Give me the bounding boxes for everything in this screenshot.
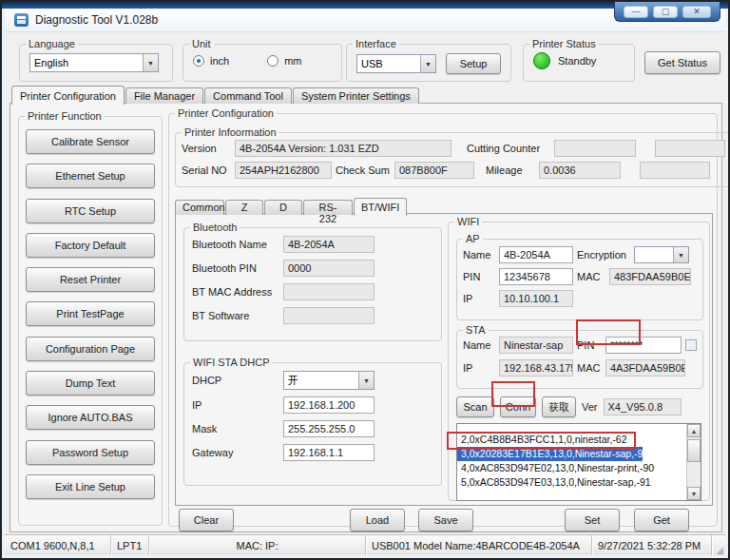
tab-common[interactable]: Common — [175, 200, 224, 215]
ap-encryption-label: Encryption — [577, 249, 630, 261]
status-mac-ip: MAC: IP: — [149, 535, 366, 555]
dhcp-value: 开 — [288, 374, 298, 388]
sta-dhcp-gateway-field[interactable]: 192.168.1.1 — [283, 444, 375, 461]
sta-ip-field: 192.168.43.175 — [499, 359, 573, 377]
get-status-button[interactable]: Get Status — [644, 51, 720, 74]
chevron-down-icon[interactable]: ▼ — [143, 54, 158, 71]
rtc-setup-button[interactable]: RTC Setup — [26, 199, 155, 223]
scroll-down-icon[interactable]: ▼ — [687, 487, 701, 500]
wifi-sta-dhcp-group: WIFI STA DHCP DHCP 开 ▼ IP 192.168.1.200 … — [183, 357, 442, 486]
wifi-scan-list: 2,0xC4B8B4B3FCC1,1,0,ninestar,-62 3,0x20… — [456, 423, 701, 501]
sta-pin-field[interactable]: ******** — [605, 337, 682, 354]
wifi-label: WIFI — [454, 216, 482, 227]
language-select[interactable]: English ▼ — [29, 53, 159, 72]
version-label: Version — [182, 143, 231, 154]
list-item[interactable]: 4,0xAC853D947E02,13,0,Ninestar-print,-90 — [457, 461, 701, 475]
tab-printer-configuration[interactable]: Printer Configuration — [11, 86, 125, 105]
save-button[interactable]: Save — [418, 509, 473, 531]
tab-command-tool[interactable]: Command Tool — [204, 87, 292, 104]
ap-name-field[interactable]: 4B-2054A — [499, 246, 573, 263]
resize-grip-icon[interactable]: ◢ — [714, 545, 725, 555]
load-button[interactable]: Load — [350, 509, 405, 531]
ignore-autobas-button[interactable]: Ignore AUTO.BAS — [26, 405, 155, 430]
unit-mm-radio[interactable] — [267, 55, 279, 67]
get-button[interactable]: Get — [634, 509, 689, 531]
tab-d[interactable]: D — [264, 200, 302, 215]
sta-dhcp-gateway-label: Gateway — [192, 447, 279, 458]
status-bar: COM1 9600,N,8,1 LPT1 MAC: IP: USB001 Mod… — [5, 534, 725, 555]
status-usb-model: USB001 Model Name:4BARCODE4B-2054A — [366, 535, 592, 555]
interface-label: Interface — [353, 38, 399, 49]
scroll-up-icon[interactable]: ▲ — [687, 424, 701, 437]
language-group: Language English ▼ — [19, 38, 173, 82]
reset-printer-button[interactable]: Reset Printer — [26, 267, 155, 292]
conn-button[interactable]: Conn — [500, 396, 536, 417]
tab-rs232[interactable]: RS-232 — [303, 200, 353, 215]
tab-file-manager[interactable]: File Manager — [125, 87, 203, 104]
sta-dhcp-ip-field[interactable]: 192.168.1.200 — [283, 396, 375, 414]
factory-default-button[interactable]: Factory Default — [26, 233, 155, 258]
scan-button[interactable]: Scan — [456, 396, 494, 417]
scrollbar-thumb[interactable] — [687, 439, 701, 462]
sta-pin-checkbox[interactable] — [685, 339, 697, 351]
chevron-down-icon[interactable]: ▼ — [420, 55, 435, 72]
close-button[interactable]: ✕ — [682, 6, 711, 18]
calibrate-sensor-button[interactable]: Calibrate Sensor — [26, 129, 155, 154]
wifi-sta-group: STA Name Ninestar-sap PIN ******** IP 19… — [456, 324, 703, 389]
password-setup-button[interactable]: Password Setup — [26, 440, 155, 465]
sta-name-field: Ninestar-sap — [499, 337, 573, 354]
status-datetime: 9/27/2021 5:32:28 PM — [592, 535, 712, 555]
ap-pin-label: PIN — [463, 271, 495, 282]
ethernet-setup-button[interactable]: Ethernet Setup — [26, 164, 155, 188]
printer-function-group: Printer Function Calibrate Sensor Ethern… — [18, 110, 163, 526]
sta-dhcp-ip-label: IP — [192, 399, 279, 411]
chevron-down-icon[interactable]: ▼ — [358, 372, 374, 389]
clear-button[interactable]: Clear — [179, 509, 234, 531]
tab-system-printer-settings[interactable]: System Printer Settings — [293, 87, 419, 104]
list-item[interactable]: 2,0xC4B8B4B3FCC1,1,0,ninestar,-62 — [457, 433, 701, 447]
wifi-sta-dhcp-label: WIFI STA DHCP — [190, 357, 272, 368]
mileage-extra-field — [640, 162, 710, 179]
app-window: Diagnostic Tool V1.028b — ▢ ✕ Language E… — [0, 0, 730, 560]
ap-mac-label: MAC — [577, 271, 605, 282]
tab-bt-wifi[interactable]: BT/WIFI — [354, 198, 407, 216]
minimize-button[interactable]: — — [624, 6, 648, 18]
sta-mac-label: MAC — [577, 362, 602, 374]
ap-encryption-select[interactable]: ▼ — [634, 246, 689, 263]
bluetooth-pin-label: Bluetooth PIN — [192, 262, 279, 274]
set-button[interactable]: Set — [565, 509, 620, 531]
ap-mac-field: 483FDAA59B0E — [609, 268, 691, 285]
maximize-button[interactable]: ▢ — [653, 6, 678, 18]
printer-status-group: Printer Status Standby — [523, 38, 635, 82]
sta-mac-field: 4A3FDAA59B0E — [605, 359, 685, 377]
dump-text-button[interactable]: Dump Text — [26, 371, 155, 396]
language-label: Language — [26, 38, 78, 49]
exit-line-setup-button[interactable]: Exit Line Setup — [26, 474, 155, 499]
version-field: 4B-2054A Version: 1.031 EZD — [235, 140, 451, 157]
configuration-page-button[interactable]: Configuration Page — [26, 337, 155, 361]
sta-dhcp-mask-field[interactable]: 255.255.255.0 — [283, 420, 375, 437]
list-scrollbar[interactable]: ▲ ▼ — [686, 424, 701, 500]
printer-configuration-group: Printer Configuration Printer Infoormati… — [168, 107, 718, 527]
sta-ip-label: IP — [463, 362, 495, 374]
interface-value: USB — [361, 58, 383, 69]
unit-inch-radio[interactable] — [193, 55, 204, 67]
bluetooth-group: Bluetooth Bluetooth Name 4B-2054A Blueto… — [183, 222, 442, 341]
dhcp-select[interactable]: 开 ▼ — [283, 371, 375, 390]
ap-pin-field[interactable]: 12345678 — [499, 268, 573, 285]
tab-z[interactable]: Z — [225, 200, 263, 215]
unit-group: Unit inch mm — [182, 38, 342, 82]
print-testpage-button[interactable]: Print TestPage — [26, 301, 155, 326]
chevron-down-icon[interactable]: ▼ — [673, 247, 688, 262]
fetch-button[interactable]: 获取 — [542, 396, 576, 417]
list-item[interactable]: 5,0xAC853D947E03,13,0,Ninestar-sap,-91 — [457, 475, 701, 490]
list-item-selected[interactable]: 3,0x20283E17B1E3,13,0,Ninestar-sap,-96 — [457, 447, 643, 461]
setup-button[interactable]: Setup — [446, 53, 501, 74]
ver-label: Ver — [582, 401, 598, 413]
printer-information-label: Printer Infoormation — [182, 126, 279, 138]
language-value: English — [34, 57, 68, 68]
serial-no-label: Serial NO — [182, 164, 231, 176]
cutting-counter-extra-field — [655, 140, 725, 157]
mileage-field: 0.0036 — [539, 162, 621, 179]
interface-select[interactable]: USB ▼ — [356, 54, 436, 73]
